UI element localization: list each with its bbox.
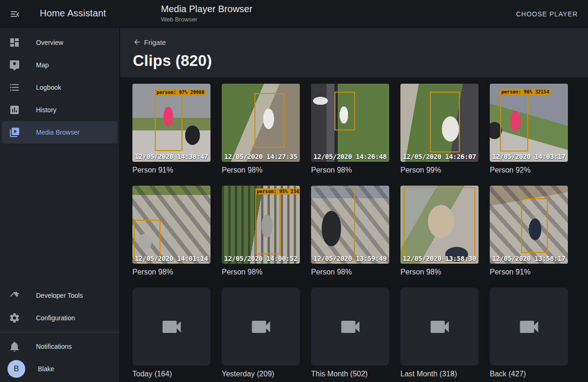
page-title-block: Media Player Browser Web Browser — [161, 4, 253, 23]
clip-timestamp: 12/05/2020 14:00:52 — [224, 255, 297, 262]
detection-bbox — [334, 92, 355, 131]
folder-card — [132, 288, 211, 366]
folder-card — [222, 288, 300, 366]
clip-preview-image: 12/05/2020 14:26:07 — [400, 84, 479, 162]
folder-card — [490, 288, 568, 366]
sidebar-item-user-profile[interactable]: B Blake — [2, 358, 117, 380]
clip-timestamp: 12/05/2020 14:38:47 — [135, 153, 208, 160]
sidebar-item-label: Configuration — [36, 314, 75, 322]
sidebar-item-label: Map — [36, 61, 49, 69]
video-camera-icon — [249, 315, 273, 339]
clip-timestamp: 12/05/2020 14:27:35 — [224, 153, 297, 160]
play-box-multiple-icon — [9, 127, 20, 138]
folder-label: Today (164) — [132, 370, 211, 378]
menu-open-icon — [9, 8, 21, 20]
folder-label: Last Month (318) — [400, 370, 479, 378]
breadcrumb-label: Frigate — [144, 38, 166, 46]
sidebar-item-label: History — [36, 106, 57, 114]
clip-label: Person 98% — [311, 166, 389, 174]
clip-thumbnail[interactable]: person: 95% 23432 12/05/2020 14:00:52 Pe… — [222, 186, 300, 281]
detection-bbox-label: person: 96% 32154 — [500, 89, 551, 95]
clip-thumbnail[interactable]: 12/05/2020 13:58:17 Person 91% — [490, 186, 568, 281]
folder-item-last-month[interactable]: Last Month (318) — [400, 288, 479, 382]
clip-thumbnail[interactable]: person: 96% 32154 12/05/2020 14:03:17 Pe… — [490, 84, 568, 179]
user-name-label: Blake — [38, 365, 54, 373]
sidebar: Overview Map Logbook History Media Brows… — [0, 28, 120, 382]
detection-bbox — [404, 187, 476, 260]
clip-timestamp: 12/05/2020 14:03:17 — [492, 153, 565, 160]
clip-label: Person 98% — [132, 268, 211, 276]
folder-item-today[interactable]: Today (164) — [132, 288, 211, 382]
clips-grid: person: 97% 29988 12/05/2020 14:38:47 Pe… — [120, 77, 588, 382]
sidebar-item-developer-tools[interactable]: Developer Tools — [2, 284, 117, 307]
detection-bbox — [521, 198, 548, 253]
gear-icon — [9, 312, 20, 324]
page-heading: Clips (820) — [133, 52, 575, 70]
detection-bbox: person: 95% 23432 — [255, 194, 280, 254]
detection-bbox — [311, 187, 355, 260]
account-location-icon — [9, 59, 20, 71]
detection-bbox-label: person: 95% 23432 — [255, 188, 300, 195]
detection-bbox: person: 97% 29988 — [155, 94, 182, 151]
folder-item-yesterday[interactable]: Yesterday (209) — [222, 288, 300, 382]
content-header: Frigate Clips (820) — [120, 28, 588, 77]
clip-preview-image: person: 95% 23432 12/05/2020 14:00:52 — [222, 186, 300, 264]
clip-preview-image: person: 96% 32154 12/05/2020 14:03:17 — [490, 84, 568, 162]
detection-bbox — [430, 92, 459, 152]
clip-label: Person 99% — [400, 166, 479, 174]
sidebar-spacer — [0, 144, 119, 284]
clip-thumbnail[interactable]: 12/05/2020 14:27:35 Person 98% — [222, 84, 300, 179]
sidebar-item-label: Overview — [36, 39, 63, 46]
detection-bbox-label: person: 97% 29988 — [155, 89, 205, 95]
top-app-bar: Home Assistant Media Player Browser Web … — [0, 0, 588, 28]
sidebar-item-history[interactable]: History — [2, 99, 117, 121]
page-subtitle: Web Browser — [161, 16, 253, 23]
clip-preview-image: 12/05/2020 13:58:17 — [490, 186, 568, 264]
sidebar-item-logbook[interactable]: Logbook — [2, 76, 117, 99]
page-title: Media Player Browser — [161, 4, 253, 14]
list-bulleted-icon — [9, 82, 20, 93]
sidebar-item-map[interactable]: Map — [2, 54, 117, 76]
sidebar-item-notifications[interactable]: Notifications — [2, 335, 117, 358]
clip-thumbnail[interactable]: 12/05/2020 13:58:30 Person 98% — [400, 186, 479, 281]
sidebar-item-media-browser[interactable]: Media Browser — [2, 121, 117, 144]
arrow-left-icon — [133, 38, 141, 46]
sidebar-item-label: Logbook — [36, 84, 61, 91]
folder-card — [400, 288, 479, 366]
sidebar-toggle-button[interactable] — [8, 7, 22, 21]
sidebar-item-label: Developer Tools — [36, 292, 83, 299]
clip-timestamp: 12/05/2020 14:26:48 — [313, 153, 386, 160]
clip-thumbnail[interactable]: person: 97% 29988 12/05/2020 14:38:47 Pe… — [132, 84, 211, 179]
clip-preview-image: 12/05/2020 13:58:30 — [400, 186, 479, 264]
app-title: Home Assistant — [40, 8, 106, 19]
folder-item-back[interactable]: Back (427) — [490, 288, 568, 382]
chart-box-icon — [9, 104, 20, 115]
clip-timestamp: 12/05/2020 14:01:14 — [135, 255, 208, 262]
detection-bbox: person: 96% 32154 — [500, 94, 528, 152]
clip-label: Person 91% — [490, 268, 568, 276]
clip-timestamp: 12/05/2020 13:59:49 — [313, 255, 386, 262]
choose-player-button[interactable]: CHOOSE PLAYER — [512, 0, 581, 28]
clip-thumbnail[interactable]: 12/05/2020 14:01:14 Person 98% — [132, 186, 211, 281]
sidebar-item-configuration[interactable]: Configuration — [2, 307, 117, 329]
clip-thumbnail[interactable]: 12/05/2020 14:26:07 Person 99% — [400, 84, 479, 179]
sidebar-item-overview[interactable]: Overview — [2, 31, 117, 54]
clip-label: Person 98% — [400, 268, 479, 276]
clip-label: Person 98% — [222, 268, 300, 276]
breadcrumb-back-frigate[interactable]: Frigate — [133, 38, 166, 46]
folder-label: Yesterday (209) — [222, 370, 300, 378]
view-dashboard-icon — [9, 37, 20, 48]
detection-bbox — [254, 93, 284, 148]
folder-item-this-month[interactable]: This Month (502) — [311, 288, 389, 382]
clip-timestamp: 12/05/2020 13:58:30 — [403, 255, 476, 262]
media-browser-panel: Frigate Clips (820) person: 97% 29988 12… — [120, 28, 588, 382]
clip-label: Person 98% — [311, 268, 389, 276]
clip-timestamp: 12/05/2020 13:58:17 — [492, 255, 565, 262]
clip-thumbnail[interactable]: 12/05/2020 13:59:49 Person 98% — [311, 186, 389, 281]
clip-thumbnail[interactable]: 12/05/2020 14:26:48 Person 98% — [311, 84, 389, 179]
folder-card — [311, 288, 389, 366]
clip-preview-image: person: 97% 29988 12/05/2020 14:38:47 — [132, 84, 211, 162]
clip-preview-image: 12/05/2020 14:27:35 — [222, 84, 300, 162]
folder-label: This Month (502) — [311, 370, 389, 378]
folder-label: Back (427) — [490, 370, 568, 378]
